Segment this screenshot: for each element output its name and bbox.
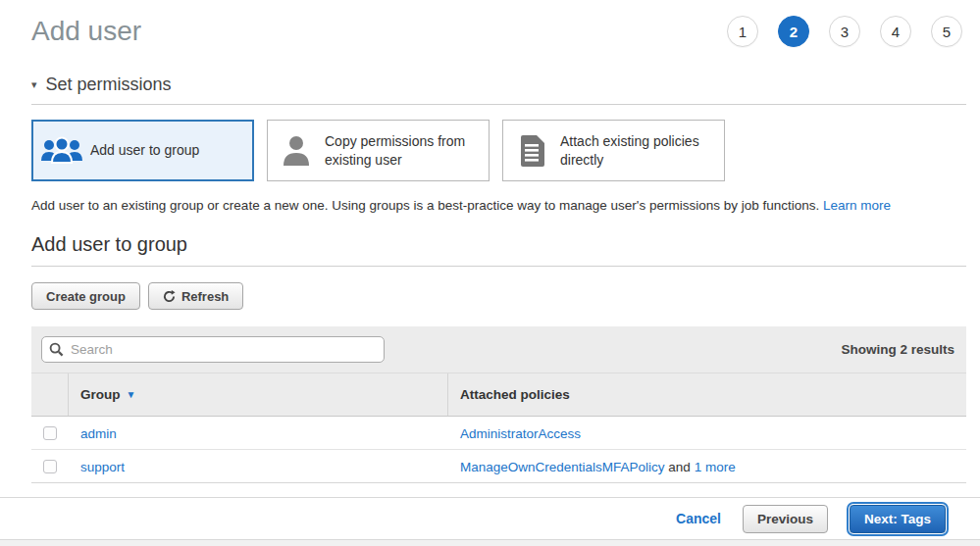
refresh-button[interactable]: Refresh xyxy=(148,282,243,310)
search-box xyxy=(41,336,385,363)
groups-table: Showing 2 results Group ▼ Attached polic… xyxy=(31,326,966,483)
group-link[interactable]: support xyxy=(80,460,125,474)
table-toolbar: Showing 2 results xyxy=(31,326,966,373)
description-text: Add user to an existing group or create … xyxy=(31,198,819,213)
table-row-admin: admin AdministratorAccess xyxy=(31,417,966,450)
document-icon xyxy=(503,133,560,169)
search-icon xyxy=(49,342,64,361)
page-bottom-strip xyxy=(0,540,980,546)
column-label: Group xyxy=(80,387,121,402)
wizard-step-indicator: 1 2 3 4 5 xyxy=(727,16,962,47)
previous-button[interactable]: Previous xyxy=(743,505,828,533)
learn-more-link[interactable]: Learn more xyxy=(823,198,891,213)
collapse-caret-icon: ▾ xyxy=(31,78,37,91)
table-actions: Create group Refresh xyxy=(31,282,966,310)
page-header: Add user 1 2 3 4 5 xyxy=(31,0,966,47)
row-checkbox[interactable] xyxy=(43,460,57,473)
column-header-group[interactable]: Group ▼ xyxy=(69,373,448,416)
header-checkbox-cell xyxy=(31,373,69,416)
more-policies-link[interactable]: 1 more xyxy=(695,460,736,474)
step-2-active: 2 xyxy=(778,16,809,47)
user-icon xyxy=(268,134,325,168)
policy-link[interactable]: AdministratorAccess xyxy=(460,426,581,441)
search-input[interactable] xyxy=(41,336,385,363)
card-attach-policies[interactable]: Attach existing policies directly xyxy=(502,120,725,181)
policy-link[interactable]: ManageOwnCredentialsMFAPolicy xyxy=(460,460,665,474)
and-text: and xyxy=(665,460,695,474)
card-add-user-to-group[interactable]: Add user to group xyxy=(31,120,254,181)
table-row-support: support ManageOwnCredentialsMFAPolicy an… xyxy=(31,450,966,483)
cancel-button[interactable]: Cancel xyxy=(676,511,721,526)
column-label: Attached policies xyxy=(460,387,570,402)
table-header-row: Group ▼ Attached policies xyxy=(31,373,966,417)
create-group-button[interactable]: Create group xyxy=(31,282,140,310)
sort-desc-icon: ▼ xyxy=(127,389,136,400)
group-section-title: Add user to group xyxy=(31,233,966,267)
set-permissions-section-header[interactable]: ▾ Set permissions xyxy=(31,74,966,105)
section-description: Add user to an existing group or create … xyxy=(31,198,966,213)
card-label: Copy permissions from existing user xyxy=(325,132,489,168)
step-4: 4 xyxy=(880,16,911,47)
refresh-icon xyxy=(163,290,176,303)
step-1: 1 xyxy=(727,16,758,47)
step-3: 3 xyxy=(829,16,860,47)
users-group-icon xyxy=(33,136,90,166)
card-copy-permissions[interactable]: Copy permissions from existing user xyxy=(267,120,490,181)
wizard-footer: Cancel Previous Next: Tags xyxy=(0,497,980,540)
row-checkbox[interactable] xyxy=(43,426,57,440)
step-5: 5 xyxy=(931,16,962,47)
next-tags-button[interactable]: Next: Tags xyxy=(850,505,946,533)
card-label: Add user to group xyxy=(90,141,207,159)
refresh-label: Refresh xyxy=(181,289,229,304)
card-label: Attach existing policies directly xyxy=(560,132,724,168)
group-link[interactable]: admin xyxy=(80,426,117,441)
page-title: Add user xyxy=(31,16,141,47)
section-title: Set permissions xyxy=(46,74,172,95)
column-header-policies: Attached policies xyxy=(448,373,966,416)
results-count: Showing 2 results xyxy=(841,342,954,357)
permission-option-cards: Add user to group Copy permissions from … xyxy=(31,120,966,181)
